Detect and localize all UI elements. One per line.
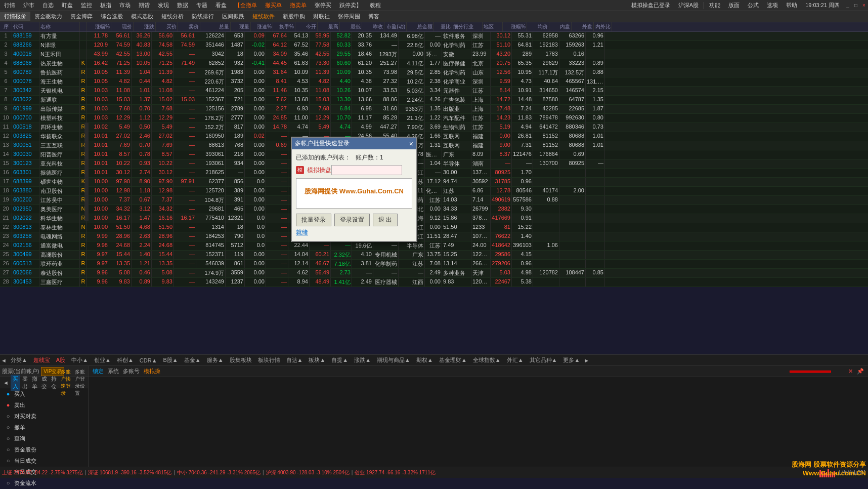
table-row[interactable]: 28300453三鑫医疗R9.969.830.899.83—1432491237…	[0, 278, 868, 287]
menu-zixuan[interactable]: 自选	[38, 1, 58, 10]
table-row[interactable]: 13300051三五互联R10.017.690.707.69—886137680…	[0, 141, 868, 150]
btab-waihui[interactable]: 外汇▲	[504, 355, 527, 365]
tab-zijinqudong[interactable]: 资金驱动力	[30, 12, 66, 21]
minimize-button[interactable]: _	[844, 2, 852, 10]
menu-gongshi[interactable]: 公式	[744, 1, 763, 10]
table-row[interactable]: 5600789鲁抗医药R10.0511.391.0411.39—269.6万19…	[0, 68, 868, 77]
btab-zhongxiao[interactable]: 中小▲	[68, 355, 91, 365]
btab-chuangye[interactable]: 创业▲	[91, 355, 114, 365]
menu-zijingufen[interactable]: ○ 资金股份	[0, 444, 88, 455]
tab-caishe[interactable]: 财联社	[309, 12, 334, 21]
menu-zhuanti[interactable]: 专题	[192, 1, 211, 10]
btab-bankuaiqingbao[interactable]: 板块行情	[255, 355, 283, 365]
menu-banzhi[interactable]: 板指	[96, 1, 115, 10]
btab-quanqiuzhishu[interactable]: 全球指数▲	[470, 355, 504, 365]
multi-login-button[interactable]: 多账户快速登录	[59, 368, 73, 397]
tab-xinguzhengou[interactable]: 新股申购	[279, 12, 309, 21]
table-row[interactable]: 17688399硕世生物K10.0097.908.9097.9097.91623…	[0, 178, 868, 187]
multi-login-settings-button[interactable]: 多账户登录设置	[73, 368, 87, 397]
table-row[interactable]: 26600513联环药业R9.9713.351.2113.35—54603986…	[0, 260, 868, 269]
menu-sellout[interactable]: ● 卖出	[0, 399, 88, 411]
table-row[interactable]: 27002066泰达股份R9.965.080.465.08—174.9万3559…	[0, 269, 868, 278]
btab-kechuang[interactable]: 科创▲	[114, 355, 137, 365]
multiid-button[interactable]: 多账号	[121, 367, 142, 376]
btab-cdr[interactable]: CDR▲	[137, 356, 160, 364]
hold-button[interactable]: 持仓	[49, 375, 59, 391]
cancel-button[interactable]: 撤单	[30, 375, 39, 391]
btab-ziti[interactable]: 自提▲	[328, 355, 351, 365]
table-row[interactable]: 12003825华扬联众R10.0127.022.4627.02—1609501…	[0, 132, 868, 141]
menu-gongneng[interactable]: 功能	[705, 1, 724, 10]
lock-button[interactable]: 锁定	[91, 367, 106, 376]
table-row[interactable]: 15300123亚光科技R10.0110.220.9310.22—1930619…	[0, 159, 868, 169]
table-row[interactable]: 24002156通富微电R9.9824.682.2424.68—81474557…	[0, 241, 868, 251]
tab-zonghexuangu[interactable]: 综合选股	[97, 12, 127, 21]
maximize-button[interactable]: □	[852, 2, 860, 10]
btab-bankuai[interactable]: 板块▲	[306, 355, 328, 365]
menu-chedan[interactable]: 撤买单	[261, 1, 286, 10]
tab-right-arrow[interactable]: ►	[583, 357, 590, 363]
menu-shuju[interactable]: 数据	[173, 1, 192, 10]
menu-simulao[interactable]: 模拟操盘已登录	[627, 1, 674, 10]
table-row[interactable]: 3400018N王禾田43.9942.5513.0042.55—3042180.…	[0, 50, 868, 59]
table-row[interactable]: 10000700模塑科技R10.0312.291.1212.29—178.2万2…	[0, 114, 868, 123]
btab-agu[interactable]: A股	[53, 355, 68, 365]
menu-bangzhu[interactable]: 帮助	[782, 1, 801, 10]
deal-button[interactable]: 成交	[39, 375, 49, 391]
tab-boke[interactable]: 博客	[364, 12, 383, 21]
table-row[interactable]: 7300342天银机电R10.0311.081.0111.08—46122420…	[0, 87, 868, 96]
prev-button[interactable]: ◄	[1, 379, 11, 386]
table-row[interactable]: 9601999出版传媒R10.037.680.707.68—1251562789…	[0, 105, 868, 114]
tab-fangxianpaihang[interactable]: 防线排行	[188, 12, 218, 21]
exit-button[interactable]: 退 出	[373, 214, 398, 226]
tab-duanxianruanjian[interactable]: 短线软件	[248, 12, 279, 21]
tab-left-arrow[interactable]: ◄	[0, 357, 8, 363]
tab-qujianzhendian[interactable]: 区间振跌	[218, 12, 248, 21]
menu-kanpan[interactable]: 看盘	[211, 1, 231, 10]
close-button[interactable]: ×	[860, 2, 868, 10]
menu-xuanxiang[interactable]: 选项	[763, 1, 782, 10]
menu-qihuo[interactable]: 期货	[135, 1, 154, 10]
sell-button[interactable]: 卖出	[20, 375, 30, 391]
table-row[interactable]: 6000078海王生物R10.054.820.444.82—220.6万3732…	[0, 77, 868, 87]
btab-qitapinzhong[interactable]: 其它品种▲	[527, 355, 560, 365]
tab-duanxianfenxi[interactable]: 短线分析	[157, 12, 188, 21]
btab-fuwu[interactable]: 服务▲	[204, 355, 227, 365]
btab-qiquan[interactable]: 期权▲	[413, 355, 436, 365]
close-right-button[interactable]: ✕	[846, 368, 855, 375]
table-row[interactable]: 20002950奥美医疗N10.0034.323.1234.32—2968146…	[0, 205, 868, 214]
btab-fenlei[interactable]: 分类▲	[8, 355, 30, 365]
btab-gengduo[interactable]: 更多▲	[560, 355, 583, 365]
trading-scrollbar[interactable]	[84, 123, 89, 221]
menu-chaxun[interactable]: ○ 查询	[0, 433, 88, 444]
menu-chemai[interactable]: 撤卖单	[286, 1, 311, 10]
tab-moshixuangu[interactable]: 模式选股	[127, 12, 157, 21]
tab-xingqingbaojia[interactable]: 行情报价	[0, 12, 30, 21]
btab-zhangdiao[interactable]: 涨跌▲	[351, 355, 374, 365]
menu-dangrichengjiao[interactable]: ○ 当日成交	[0, 455, 88, 466]
buy-button[interactable]: 买入	[11, 375, 20, 391]
menu-faxian[interactable]: 发现	[154, 1, 173, 10]
menu-zijinliushui[interactable]: ○ 资金流水	[0, 477, 88, 488]
batch-login-button[interactable]: 批量登录	[296, 214, 331, 226]
ready-link[interactable]: 就绪	[296, 229, 308, 236]
menu-quanchedan[interactable]: 【全撤单	[231, 1, 261, 10]
table-row[interactable]: 14300030阳普医疗R10.018.570.788.57—393061218…	[0, 150, 868, 159]
tab-zijinboyi[interactable]: 资金博弈	[66, 12, 97, 21]
btab-zida[interactable]: 自达▲	[283, 355, 306, 365]
table-row[interactable]: 2688266N泽璟120.974.5940.8374.5874.5935144…	[0, 41, 868, 50]
dialog-close-button[interactable]: ×	[409, 140, 413, 148]
table-row[interactable]: 4688068热景生物K16.4271.2510.0571.2571.49628…	[0, 59, 868, 68]
btab-jijinlicai[interactable]: 基金理财▲	[436, 355, 470, 365]
table-row[interactable]: 1688159有方量11.7856.6136.2656.6056.6112622…	[0, 32, 868, 41]
table-row[interactable]: 18603880南卫股份R10.0012.981.1812.98—1257203…	[0, 187, 868, 196]
table-row[interactable]: 22300813泰林生物N10.0051.504.6851.50—1314180…	[0, 223, 868, 232]
btab-bgu[interactable]: B股▲	[160, 355, 181, 365]
menu-zhangmai[interactable]: 张停买	[311, 1, 335, 10]
pin-right-button[interactable]: 📌	[855, 368, 866, 375]
table-row[interactable]: 19600200江苏吴中R10.007.370.677.37—104.8万391…	[0, 196, 868, 205]
menu-xingqing[interactable]: 行情	[0, 1, 19, 10]
btab-jijin[interactable]: 基金▲	[181, 355, 204, 365]
menu-duimaoduidui[interactable]: ○ 对买对卖	[0, 411, 88, 422]
table-row[interactable]: 8603022新通联R10.0315.031.3715.0215.0315236…	[0, 96, 868, 105]
